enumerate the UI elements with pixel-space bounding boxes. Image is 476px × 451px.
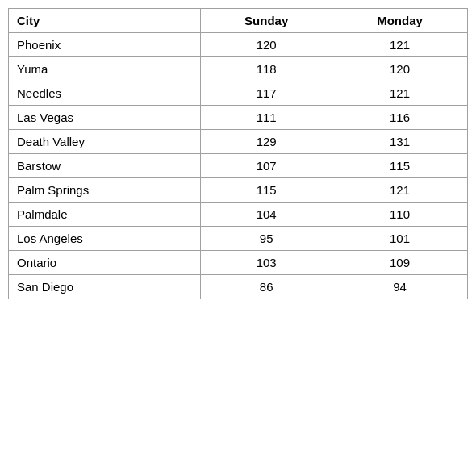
table-row: Barstow107115 [9, 154, 468, 178]
cell-monday: 115 [332, 154, 467, 178]
table-row: Las Vegas111116 [9, 106, 468, 130]
cell-monday: 121 [332, 81, 467, 106]
cell-sunday: 103 [201, 251, 332, 275]
table-row: Los Angeles95101 [9, 227, 468, 251]
cell-sunday: 86 [201, 275, 332, 299]
table-row: Death Valley129131 [9, 130, 468, 154]
header-sunday: Sunday [201, 9, 332, 33]
cell-sunday: 117 [201, 81, 332, 106]
city-temperature-table: City Sunday Monday Phoenix120121Yuma1181… [8, 8, 468, 299]
cell-sunday: 111 [201, 106, 332, 130]
cell-city: Las Vegas [9, 106, 201, 130]
cell-monday: 101 [332, 227, 467, 251]
cell-city: Ontario [9, 251, 201, 275]
cell-city: Palmdale [9, 203, 201, 227]
cell-city: San Diego [9, 275, 201, 299]
table-row: Palm Springs115121 [9, 178, 468, 203]
cell-city: Palm Springs [9, 178, 201, 203]
cell-sunday: 95 [201, 227, 332, 251]
cell-monday: 110 [332, 203, 467, 227]
table-row: Yuma118120 [9, 57, 468, 81]
cell-city: Los Angeles [9, 227, 201, 251]
cell-sunday: 115 [201, 178, 332, 203]
cell-monday: 109 [332, 251, 467, 275]
cell-sunday: 129 [201, 130, 332, 154]
cell-monday: 121 [332, 33, 467, 57]
cell-monday: 120 [332, 57, 467, 81]
cell-monday: 116 [332, 106, 467, 130]
cell-sunday: 120 [201, 33, 332, 57]
table-row: Phoenix120121 [9, 33, 468, 57]
cell-city: Phoenix [9, 33, 201, 57]
header-monday: Monday [332, 9, 467, 33]
table-row: Palmdale104110 [9, 203, 468, 227]
cell-city: Barstow [9, 154, 201, 178]
cell-monday: 94 [332, 275, 467, 299]
cell-sunday: 104 [201, 203, 332, 227]
cell-sunday: 118 [201, 57, 332, 81]
header-row: City Sunday Monday [9, 9, 468, 33]
cell-sunday: 107 [201, 154, 332, 178]
header-city: City [9, 9, 201, 33]
cell-city: Needles [9, 81, 201, 106]
cell-city: Death Valley [9, 130, 201, 154]
cell-monday: 121 [332, 178, 467, 203]
table-container: City Sunday Monday Phoenix120121Yuma1181… [8, 8, 468, 299]
table-row: Needles117121 [9, 81, 468, 106]
table-row: Ontario103109 [9, 251, 468, 275]
cell-city: Yuma [9, 57, 201, 81]
cell-monday: 131 [332, 130, 467, 154]
table-row: San Diego8694 [9, 275, 468, 299]
